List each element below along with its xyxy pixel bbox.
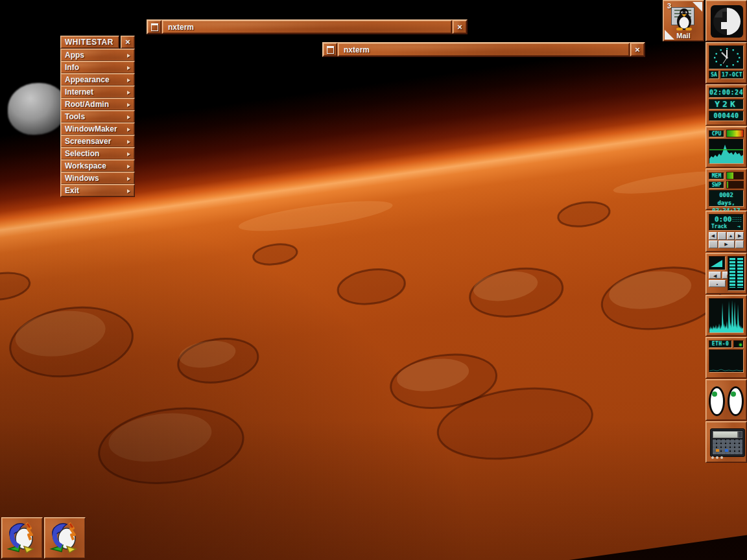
submenu-arrow-icon: [127, 140, 130, 144]
clock-date-display: 17-OCT: [720, 71, 744, 79]
submenu-arrow-icon: [127, 177, 130, 181]
calculator-display: [713, 431, 738, 438]
mail-label: Mail: [663, 32, 704, 40]
menu-item-appearance[interactable]: Appearance: [60, 73, 135, 86]
submenu-arrow-icon: [127, 78, 130, 82]
countdown-time-display: 02:00:24: [709, 88, 744, 98]
window-close-button[interactable]: ×: [453, 20, 467, 34]
cd-prev-button[interactable]: ◀: [709, 232, 717, 240]
desktop: { "menu": { "title": "WHITESTAR", "items…: [0, 0, 747, 560]
appicon-wmaker-app-2[interactable]: [44, 517, 86, 559]
cd-eject-button[interactable]: ▲: [727, 232, 735, 240]
calculator-solar-cell: [738, 431, 742, 438]
orange-key-icon: [716, 449, 719, 452]
menu-item-info[interactable]: Info: [60, 61, 135, 74]
calculator-keypad: [713, 439, 742, 454]
dock-tile-mail[interactable]: 3 Mail: [663, 0, 704, 41]
miniaturize-button[interactable]: [147, 20, 161, 34]
submenu-arrow-icon: [127, 152, 130, 156]
eth-label: ETH-0: [709, 340, 732, 348]
submenu-arrow-icon: [127, 115, 130, 119]
submenu-arrow-icon: [127, 128, 130, 132]
cd-stop-button[interactable]: [718, 232, 726, 240]
dock-tile-memory-monitor[interactable]: MEM SWP 0002 days, 03:34:17: [706, 169, 747, 210]
cd-track-label: Track: [711, 224, 727, 229]
close-icon: ×: [457, 21, 462, 34]
dock: SA 17-OCT 02:00:24 Y2K 000440 CPU MEM SW…: [706, 0, 747, 463]
cd-direction-icon: →: [737, 224, 741, 229]
menu-item-internet[interactable]: Internet: [60, 86, 135, 99]
countdown-label-display: Y2K: [709, 99, 744, 110]
eye-right: [728, 386, 744, 416]
screw-dots-icon: [711, 456, 714, 459]
mixer-volume-wedge: [709, 256, 726, 270]
dock-tile-cd-player[interactable]: 0:00 Track → ◀ ▲ ▶ ▶: [706, 211, 747, 252]
dock-tile-y2k-countdown[interactable]: 02:00:24 Y2K 000440: [706, 84, 747, 126]
miniaturize-icon: [151, 23, 158, 31]
cd-next-button[interactable]: ▶: [735, 232, 744, 240]
uptime-display: 0002 days, 03:34:17: [709, 190, 744, 207]
window-close-button[interactable]: ×: [630, 43, 645, 56]
dock-tile-network-monitor[interactable]: ETH-0: [706, 337, 747, 379]
dock-tile-mixer[interactable]: ◀ ▶ ▪: [706, 253, 747, 294]
eth-status-panel: [733, 340, 744, 348]
cd-matrix-icon: [732, 216, 741, 222]
mixer-left-button[interactable]: ◀: [709, 272, 721, 279]
mem-label: MEM: [709, 172, 724, 180]
menu-item-windows[interactable]: Windows: [60, 172, 135, 185]
menu-item-screensaver[interactable]: Screensaver: [60, 135, 135, 148]
countdown-value-display: 000440: [709, 111, 744, 121]
cd-player-lcd: 0:00 Track →: [709, 214, 744, 231]
dock-tile-clock[interactable]: SA 17-OCT: [706, 42, 747, 84]
mixer-mute-button[interactable]: ▪: [709, 280, 726, 287]
menu-item-exit[interactable]: Exit: [60, 184, 135, 197]
windowmaker-logo-icon: [711, 5, 743, 38]
window-title[interactable]: nxterm: [338, 43, 630, 56]
dock-tile-calculator[interactable]: [706, 421, 747, 463]
root-menu-title[interactable]: WHITESTAR: [60, 36, 119, 49]
cd-time-display: 0:00: [715, 215, 732, 224]
pupil-icon: [712, 391, 717, 397]
abstract-penguin-logo-icon: [47, 520, 82, 555]
submenu-arrow-icon: [127, 91, 130, 95]
cd-rew-button[interactable]: [709, 240, 718, 248]
spectrum-display: [709, 298, 744, 333]
menu-item-root-admin[interactable]: Root/Admin: [60, 98, 135, 111]
menu-item-windowmaker[interactable]: WindowMaker: [60, 122, 135, 135]
blue-key-icon: [725, 449, 728, 452]
cd-ff-button[interactable]: [735, 240, 744, 248]
menu-close-button[interactable]: ×: [121, 36, 135, 49]
eye-left: [709, 386, 725, 416]
submenu-arrow-icon: [127, 165, 130, 169]
submenu-arrow-icon: [127, 103, 130, 107]
dock-tile-eyes[interactable]: [706, 379, 747, 421]
miniaturize-button[interactable]: [323, 43, 337, 56]
cpu-label: CPU: [709, 130, 724, 137]
window-title[interactable]: nxterm: [162, 20, 452, 34]
root-menu: WHITESTAR × Apps Info Appearance Interne…: [60, 36, 135, 197]
xeyes-icon: [709, 382, 744, 416]
cd-play-button[interactable]: ▶: [718, 240, 735, 248]
menu-item-selection[interactable]: Selection: [60, 147, 135, 160]
cpu-load-gauge: [726, 130, 744, 137]
window-titlebar-nxterm-1[interactable]: nxterm ×: [147, 19, 468, 34]
submenu-arrow-icon: [127, 54, 130, 58]
close-icon: ×: [125, 37, 130, 47]
level-bar-right: [737, 258, 743, 288]
appicon-wmaker-app-1[interactable]: [1, 517, 43, 559]
dock-tile-windowmaker-logo[interactable]: [706, 0, 747, 41]
abstract-penguin-logo-icon: [5, 520, 40, 555]
menu-item-tools[interactable]: Tools: [60, 110, 135, 123]
dock-tile-cpu-monitor[interactable]: CPU: [706, 126, 747, 168]
cpu-history-graph: [709, 139, 744, 164]
menu-item-apps[interactable]: Apps: [60, 49, 135, 62]
menu-item-workspace[interactable]: Workspace: [60, 159, 135, 172]
tux-penguin-icon: [674, 7, 694, 30]
link-led-icon: [739, 344, 742, 346]
dock-tile-spectrum-analyzer[interactable]: [706, 295, 747, 336]
submenu-arrow-icon: [127, 189, 130, 193]
window-titlebar-nxterm-2[interactable]: nxterm ×: [322, 42, 645, 57]
submenu-arrow-icon: [127, 66, 130, 70]
miniaturize-icon: [327, 46, 334, 54]
swap-usage-bar: [726, 181, 744, 189]
